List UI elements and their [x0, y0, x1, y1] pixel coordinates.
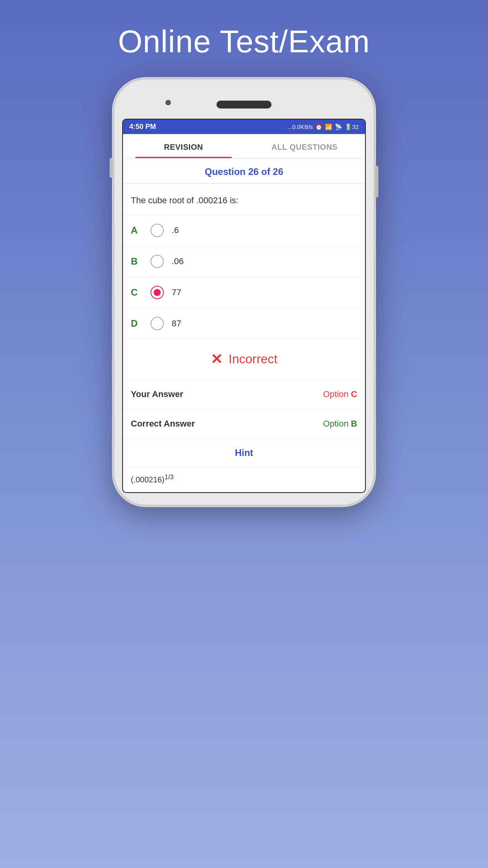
phone-screen: 4:50 PM ...0.0KB/s ⏰ 📶 📡 🔋32 REVISION AL…	[122, 119, 366, 493]
option-b-row[interactable]: B .06	[123, 246, 365, 277]
hint-formula: (.000216)1/3	[131, 475, 174, 484]
tab-all-questions[interactable]: ALL QUESTIONS	[244, 134, 365, 158]
question-text: The cube root of .000216 is:	[123, 184, 365, 215]
phone-shell: 4:50 PM ...0.0KB/s ⏰ 📶 📡 🔋32 REVISION AL…	[114, 79, 374, 505]
option-c-row[interactable]: C 77	[123, 277, 365, 308]
option-c-letter: C	[131, 287, 143, 298]
option-a-row[interactable]: A .6	[123, 215, 365, 246]
option-b-radio[interactable]	[150, 255, 164, 268]
wifi-icon: 📡	[335, 123, 342, 131]
option-c-text: 77	[172, 287, 181, 298]
option-d-row[interactable]: D 87	[123, 308, 365, 339]
status-time: 4:50 PM	[129, 123, 156, 131]
option-a-radio[interactable]	[150, 224, 164, 237]
option-d-text: 87	[172, 318, 181, 329]
your-answer-row: Your Answer Option C	[123, 380, 365, 409]
speaker-icon	[216, 101, 272, 108]
volume-button	[110, 158, 113, 178]
question-header: Question 26 of 26	[123, 158, 365, 184]
option-d-letter: D	[131, 318, 143, 329]
tabs-container: REVISION ALL QUESTIONS	[123, 134, 365, 158]
correct-answer-label: Correct Answer	[131, 419, 195, 429]
result-area: ✕ Incorrect	[123, 339, 365, 380]
status-bar: 4:50 PM ...0.0KB/s ⏰ 📶 📡 🔋32	[123, 120, 365, 134]
option-b-text: .06	[172, 256, 184, 267]
question-number: Question 26 of 26	[205, 166, 283, 177]
option-c-radio[interactable]	[150, 286, 164, 299]
your-answer-label: Your Answer	[131, 389, 183, 399]
phone-top	[122, 91, 366, 115]
result-status: Incorrect	[229, 352, 277, 366]
option-a-letter: A	[131, 225, 143, 236]
option-d-radio[interactable]	[150, 317, 164, 330]
page-title: Online Test/Exam	[118, 24, 370, 60]
hint-area[interactable]: Hint	[123, 439, 365, 467]
your-answer-value: Option C	[323, 389, 357, 399]
correct-answer-value: Option B	[323, 419, 357, 429]
option-a-text: .6	[172, 225, 179, 235]
correct-answer-row: Correct Answer Option B	[123, 409, 365, 439]
battery-icon: 🔋32	[345, 123, 359, 131]
incorrect-icon: ✕	[211, 351, 222, 368]
hint-content: (.000216)1/3	[123, 467, 365, 493]
network-speed: ...0.0KB/s	[287, 123, 313, 130]
power-button	[375, 166, 378, 197]
hint-button[interactable]: Hint	[235, 447, 253, 458]
status-right: ...0.0KB/s ⏰ 📶 📡 🔋32	[287, 123, 359, 131]
signal-icon: 📶	[325, 123, 332, 131]
radio-selected-indicator	[154, 289, 161, 296]
clock-icon: ⏰	[315, 123, 323, 131]
options-container: A .6 B .06 C 77 D 87	[123, 215, 365, 339]
option-b-letter: B	[131, 256, 143, 267]
front-camera-icon	[165, 100, 171, 105]
tab-revision[interactable]: REVISION	[123, 134, 244, 158]
